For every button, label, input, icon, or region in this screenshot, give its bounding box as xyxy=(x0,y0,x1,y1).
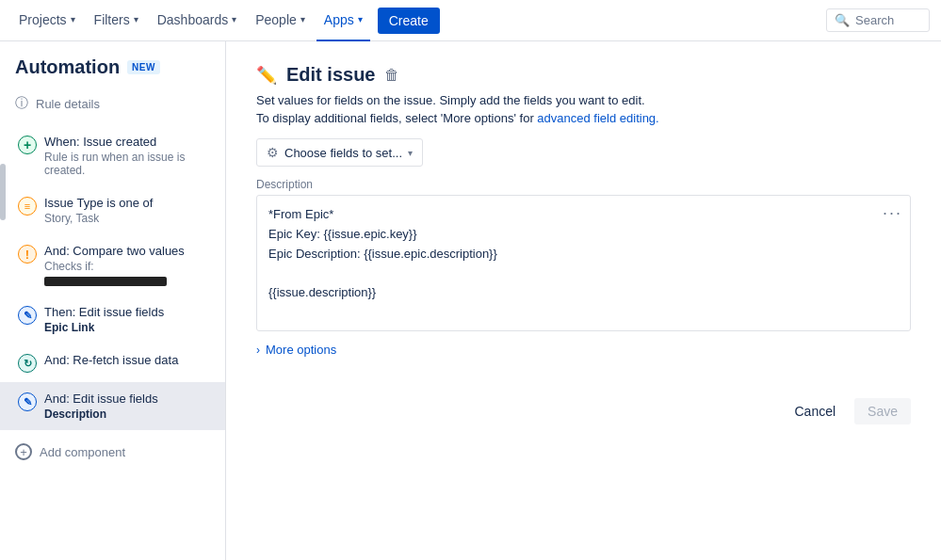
step-icon-edit-issue-fields: ✎ xyxy=(18,306,37,325)
search-box[interactable]: 🔍 Search xyxy=(826,8,930,32)
step-title-issue-type: Issue Type is one of xyxy=(44,196,153,210)
field-label: Description xyxy=(256,178,911,191)
nav-label-projects: Projects xyxy=(19,12,67,27)
sidebar-step-edit-issue-fields-2[interactable]: ✎And: Edit issue fieldsDescription xyxy=(0,382,225,430)
panel-description-line2: To display additional fields, select 'Mo… xyxy=(256,111,911,125)
content-area: ✏️ Edit issue 🗑 Set values for fields on… xyxy=(226,41,941,560)
step-subtitle-edit-issue-fields-2: Description xyxy=(44,408,158,421)
step-icon-issue-type: ≡ xyxy=(18,197,37,216)
sidebar-step-issue-type[interactable]: ≡Issue Type is one ofStory, Task xyxy=(0,186,225,234)
field-section: Description ··· xyxy=(256,178,911,331)
step-title-refetch-issue: And: Re-fetch issue data xyxy=(44,353,178,367)
nav-label-people: People xyxy=(255,12,297,27)
new-badge: NEW xyxy=(127,60,160,74)
choose-fields-button[interactable]: ⚙ Choose fields to set... ▾ xyxy=(256,138,423,167)
sidebar-step-when-issue-created[interactable]: +When: Issue createdRule is run when an … xyxy=(0,125,225,186)
nav-label-apps: Apps xyxy=(324,12,354,27)
add-component-row[interactable]: + Add component xyxy=(0,434,225,470)
trash-icon[interactable]: 🗑 xyxy=(384,67,399,84)
cancel-button[interactable]: Cancel xyxy=(783,398,847,424)
chevron-down-icon: ▾ xyxy=(134,14,138,24)
step-title-when-issue-created: When: Issue created xyxy=(44,135,210,149)
pencil-icon: ✏️ xyxy=(256,65,277,86)
redacted-bar xyxy=(44,277,167,286)
nav-item-dashboards[interactable]: Dashboards ▾ xyxy=(150,0,245,41)
more-options-row[interactable]: › More options xyxy=(256,343,911,357)
step-icon-when-issue-created: + xyxy=(18,136,37,154)
step-title-compare-values: And: Compare two values xyxy=(44,244,185,258)
sidebar: Automation NEW ⓘ Rule details +When: Iss… xyxy=(0,41,226,560)
step-subtitle-when-issue-created: Rule is run when an issue is created. xyxy=(44,151,210,177)
sidebar-step-compare-values[interactable]: !And: Compare two valuesChecks if: xyxy=(0,234,225,296)
create-button[interactable]: Create xyxy=(378,8,440,34)
chevron-down-icon: ▾ xyxy=(300,14,305,24)
choose-fields-label: Choose fields to set... xyxy=(284,146,402,160)
panel-description-prefix: To display additional fields, select 'Mo… xyxy=(256,111,537,125)
add-circle-icon: + xyxy=(15,443,32,460)
top-nav: Projects ▾ Filters ▾ Dashboards ▾ People… xyxy=(0,0,941,41)
panel-description-line1: Set values for fields on the issue. Simp… xyxy=(256,93,911,107)
action-bar: Cancel Save xyxy=(256,387,911,424)
description-textarea[interactable] xyxy=(268,205,589,318)
chevron-down-icon: ▾ xyxy=(71,14,75,24)
step-title-edit-issue-fields-2: And: Edit issue fields xyxy=(44,392,158,406)
more-options-icon[interactable]: ··· xyxy=(883,203,902,223)
step-subtitle-edit-issue-fields: Epic Link xyxy=(44,321,164,334)
main-layout: Automation NEW ⓘ Rule details +When: Iss… xyxy=(0,41,941,560)
nav-item-filters[interactable]: Filters ▾ xyxy=(87,0,146,41)
field-textarea-container: ··· xyxy=(256,195,911,331)
step-title-edit-issue-fields: Then: Edit issue fields xyxy=(44,305,164,319)
nav-item-people[interactable]: People ▾ xyxy=(248,0,313,41)
step-subtitle-issue-type: Story, Task xyxy=(44,212,153,225)
panel-title: Edit issue xyxy=(286,64,375,86)
nav-label-filters: Filters xyxy=(94,12,130,27)
sidebar-step-edit-issue-fields[interactable]: ✎Then: Edit issue fieldsEpic Link xyxy=(0,296,225,344)
nav-label-dashboards: Dashboards xyxy=(157,12,229,27)
search-placeholder: Search xyxy=(855,13,894,27)
step-icon-edit-issue-fields-2: ✎ xyxy=(18,392,37,411)
sidebar-step-refetch-issue[interactable]: ↻And: Re-fetch issue data xyxy=(0,344,225,382)
more-options-label: More options xyxy=(266,343,336,357)
rule-details-label: Rule details xyxy=(36,97,100,111)
add-component-label: Add component xyxy=(40,445,125,459)
gear-icon: ⚙ xyxy=(267,145,279,160)
nav-item-projects[interactable]: Projects ▾ xyxy=(11,0,83,41)
step-subtitle-compare-values: Checks if: xyxy=(44,260,185,273)
step-icon-compare-values: ! xyxy=(18,245,37,264)
save-button[interactable]: Save xyxy=(854,398,911,424)
nav-item-apps[interactable]: Apps ▾ xyxy=(316,0,370,41)
sidebar-title-row: Automation NEW xyxy=(0,56,225,89)
step-icon-refetch-issue: ↻ xyxy=(18,354,37,373)
chevron-down-icon: ▾ xyxy=(232,14,236,24)
rule-details-row[interactable]: ⓘ Rule details xyxy=(0,89,225,118)
chevron-right-icon: › xyxy=(256,344,260,357)
search-icon: 🔍 xyxy=(835,13,850,27)
sidebar-title: Automation xyxy=(15,56,120,78)
info-icon: ⓘ xyxy=(15,95,28,112)
chevron-down-icon: ▾ xyxy=(408,148,413,158)
sidebar-steps: +When: Issue createdRule is run when an … xyxy=(0,125,225,430)
advanced-field-editing-link[interactable]: advanced field editing. xyxy=(537,111,658,125)
panel-header: ✏️ Edit issue 🗑 xyxy=(256,64,911,86)
chevron-down-icon: ▾ xyxy=(358,14,363,24)
